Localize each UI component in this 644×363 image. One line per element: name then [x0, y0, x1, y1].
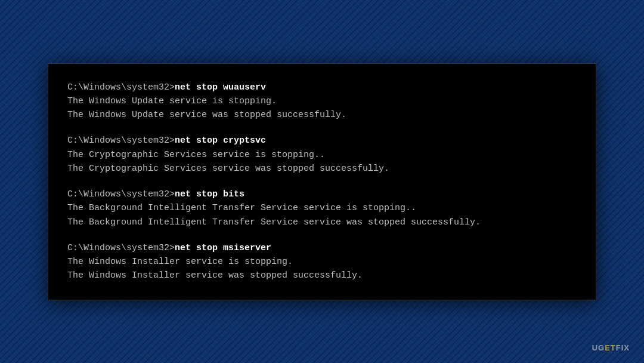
cmd-block-0: C:\Windows\system32>net stop wuauservThe… [67, 81, 577, 122]
watermark-fix: FIX [616, 343, 630, 352]
output-line-1-1: The Cryptographic Services service was s… [67, 162, 577, 176]
command-text-0: net stop wuauserv [175, 82, 266, 93]
output-line-3-0: The Windows Installer service is stoppin… [67, 255, 577, 269]
output-line-3-1: The Windows Installer service was stoppe… [67, 269, 577, 282]
output-line-2-0: The Background Intelligent Transfer Serv… [67, 201, 577, 215]
command-text-2: net stop bits [175, 189, 244, 199]
cmd-block-1: C:\Windows\system32>net stop cryptsvcThe… [67, 134, 577, 176]
prompt-0: C:\Windows\system32> [67, 82, 175, 93]
cmd-block-2: C:\Windows\system32>net stop bitsThe Bac… [67, 187, 577, 229]
command-text-1: net stop cryptsvc [175, 136, 266, 146]
output-line-2-1: The Background Intelligent Transfer Serv… [67, 216, 577, 229]
watermark: UGETFIX [592, 343, 630, 352]
prompt-2: C:\Windows\system32> [67, 189, 175, 199]
cmd-line-3: C:\Windows\system32>net stop msiserver [67, 241, 577, 255]
cmd-line-2: C:\Windows\system32>net stop bits [67, 187, 577, 201]
command-text-3: net stop msiserver [175, 243, 271, 253]
terminal-window: C:\Windows\system32>net stop wuauservThe… [48, 63, 596, 300]
prompt-3: C:\Windows\system32> [67, 243, 175, 253]
output-line-0-1: The Windows Update service was stopped s… [67, 108, 577, 122]
watermark-ug: UG [592, 343, 605, 352]
cmd-block-3: C:\Windows\system32>net stop msiserverTh… [67, 241, 577, 283]
prompt-1: C:\Windows\system32> [67, 136, 175, 146]
cmd-line-1: C:\Windows\system32>net stop cryptsvc [67, 134, 577, 147]
output-line-1-0: The Cryptographic Services service is st… [67, 148, 577, 162]
cmd-line-0: C:\Windows\system32>net stop wuauserv [67, 81, 577, 94]
watermark-et: ET [605, 343, 616, 352]
output-line-0-0: The Windows Update service is stopping. [67, 94, 577, 108]
